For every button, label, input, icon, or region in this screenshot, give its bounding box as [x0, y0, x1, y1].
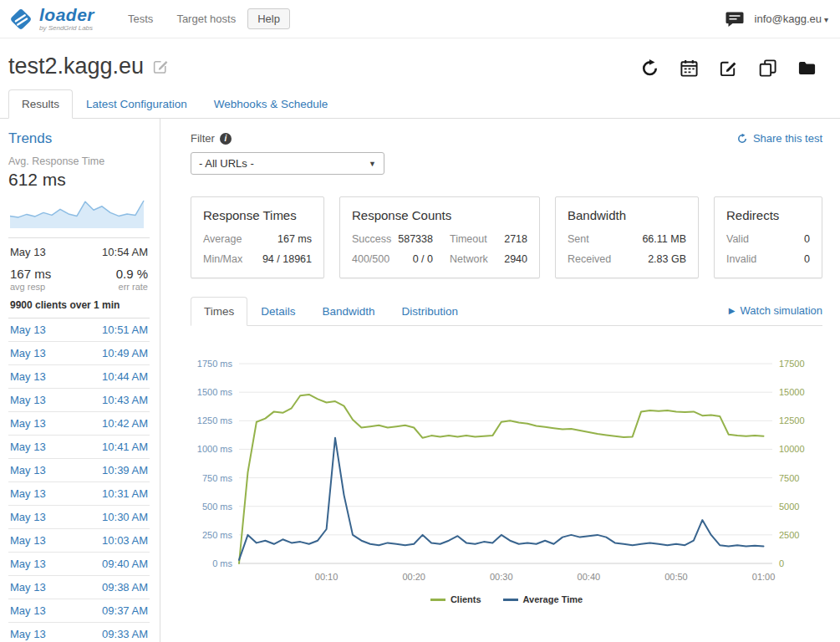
test-run-item[interactable]: May 1310:49 AM	[8, 342, 150, 365]
run-date: May 13	[10, 558, 46, 570]
url-filter-select[interactable]: - All URLs - ▼	[191, 152, 384, 175]
test-run-item[interactable]: May 1310:31 AM	[8, 482, 150, 506]
card-column: Success587338400/5000 / 0	[352, 233, 433, 265]
chart-tab-details[interactable]: Details	[247, 297, 308, 326]
stat-label: Invalid	[726, 253, 756, 265]
run-time: 10:44 AM	[102, 370, 148, 383]
stat-row: 400/5000 / 0	[352, 253, 433, 265]
run-date: May 13	[10, 534, 46, 547]
legend-label: Clients	[451, 594, 481, 604]
selected-run-avg-label: avg resp	[10, 282, 45, 292]
tab-webhooks-schedule[interactable]: Webhooks & Schedule	[201, 89, 341, 119]
nav-links: TestsTarget hosts	[128, 13, 236, 25]
run-time: 09:40 AM	[102, 558, 148, 570]
test-action-icons	[640, 59, 817, 79]
run-date: May 13	[10, 581, 46, 594]
test-run-item[interactable]: May 1309:40 AM	[8, 553, 150, 576]
nav-link-target-hosts[interactable]: Target hosts	[176, 13, 236, 25]
chart-tab-distribution[interactable]: Distribution	[389, 297, 472, 326]
folder-icon[interactable]	[797, 59, 817, 78]
stat-label: Network	[450, 253, 488, 265]
run-date: May 13	[10, 417, 46, 430]
loader-logo-icon	[8, 7, 33, 32]
tab-latest-configuration[interactable]: Latest Configuration	[73, 89, 201, 119]
page-tabs: ResultsLatest ConfigurationWebhooks & Sc…	[0, 89, 840, 119]
run-time: 10:51 AM	[102, 324, 148, 336]
run-date: May 13	[10, 370, 46, 383]
selected-run-err: 0.9 %	[116, 267, 148, 281]
test-run-item[interactable]: May 1310:44 AM	[8, 365, 150, 389]
stat-label: 400/500	[352, 253, 389, 265]
tab-results[interactable]: Results	[8, 89, 73, 119]
watch-simulation-label: Watch simulation	[741, 304, 823, 317]
svg-text:2500: 2500	[779, 530, 799, 540]
svg-text:15000: 15000	[779, 387, 805, 397]
selected-run[interactable]: May 13 10:54 AM 167 ms 0.9 % avg resp er…	[8, 237, 150, 318]
card-title: Redirects	[726, 208, 810, 222]
chart-legend: ClientsAverage Time	[191, 594, 822, 604]
stat-row: Average167 ms	[203, 233, 312, 245]
rename-test-icon[interactable]	[152, 58, 170, 75]
svg-text:1500 ms: 1500 ms	[197, 387, 233, 397]
stat-row: Timeout2718	[450, 233, 527, 245]
watch-simulation-link[interactable]: ▶Watch simulation	[729, 304, 822, 325]
test-run-item[interactable]: May 1309:37 AM	[8, 599, 150, 623]
test-run-item[interactable]: May 1309:33 AM	[8, 623, 150, 642]
copy-icon[interactable]	[758, 59, 777, 78]
test-run-item[interactable]: May 1310:30 AM	[8, 506, 150, 529]
stat-value: 94 / 18961	[262, 253, 312, 265]
selected-run-time: 10:54 AM	[102, 246, 148, 258]
card-column: Average167 msMin/Max94 / 18961	[203, 233, 312, 265]
test-run-item[interactable]: May 1310:39 AM	[8, 459, 150, 482]
test-run-item[interactable]: May 1310:42 AM	[8, 412, 150, 436]
selected-run-date: May 13	[10, 246, 46, 258]
run-time: 10:43 AM	[102, 394, 148, 406]
stat-value: 587338	[398, 233, 433, 245]
run-date: May 13	[10, 604, 46, 617]
stat-value: 2940	[504, 253, 527, 265]
svg-text:00:10: 00:10	[315, 572, 339, 582]
reload-icon[interactable]	[640, 59, 659, 78]
results-main: Filter i Share this test - All URLs - ▼ …	[160, 119, 840, 642]
legend-swatch	[503, 599, 518, 601]
stat-card-response-times: Response TimesAverage167 msMin/Max94 / 1…	[191, 196, 324, 278]
run-date: May 13	[10, 511, 46, 523]
stat-value: 167 ms	[277, 233, 312, 245]
series-clients	[239, 395, 764, 563]
stat-label: Received	[568, 253, 611, 265]
stat-value: 66.11 MB	[642, 233, 686, 245]
chart-tab-times[interactable]: Times	[191, 297, 247, 326]
stat-row: Min/Max94 / 18961	[203, 253, 312, 265]
info-icon[interactable]: i	[220, 133, 232, 145]
legend-item-clients: Clients	[430, 594, 481, 604]
share-test-label: Share this test	[753, 132, 822, 145]
stat-card-bandwidth: BandwidthSent66.11 MBReceived2.83 GB	[555, 196, 699, 278]
test-run-item[interactable]: May 1310:41 AM	[8, 436, 150, 459]
feedback-bubble-icon[interactable]	[725, 9, 745, 29]
stat-label: Success	[352, 233, 391, 245]
help-button[interactable]: Help	[247, 8, 290, 29]
top-navbar: loader by SendGrid Labs TestsTarget host…	[0, 0, 840, 38]
svg-text:1000 ms: 1000 ms	[197, 444, 233, 454]
chart-tab-bandwidth[interactable]: Bandwidth	[309, 297, 389, 326]
svg-text:750 ms: 750 ms	[202, 473, 233, 483]
card-title: Response Counts	[352, 208, 527, 222]
stat-label: Average	[203, 233, 242, 245]
run-time: 10:42 AM	[102, 417, 148, 430]
stat-label: Timeout	[450, 233, 487, 245]
run-date: May 13	[10, 347, 46, 359]
share-test-link[interactable]: Share this test	[736, 132, 822, 145]
test-run-item[interactable]: May 1310:51 AM	[8, 318, 150, 342]
test-runs-list: May 1310:51 AMMay 1310:49 AMMay 1310:44 …	[8, 318, 150, 642]
test-run-item[interactable]: May 1310:03 AM	[8, 529, 150, 553]
results-chart: 0 ms250 ms500 ms750 ms1000 ms1250 ms1500…	[191, 339, 817, 590]
stat-row: Invalid0	[726, 253, 810, 265]
svg-text:00:40: 00:40	[578, 572, 601, 582]
brand[interactable]: loader by SendGrid Labs	[8, 6, 94, 32]
edit-icon[interactable]	[719, 59, 738, 78]
test-run-item[interactable]: May 1310:43 AM	[8, 389, 150, 412]
test-run-item[interactable]: May 1309:38 AM	[8, 576, 150, 599]
account-menu[interactable]: info@kagg.eu▾	[755, 13, 828, 25]
calendar-icon[interactable]	[680, 59, 699, 78]
nav-link-tests[interactable]: Tests	[128, 13, 153, 25]
